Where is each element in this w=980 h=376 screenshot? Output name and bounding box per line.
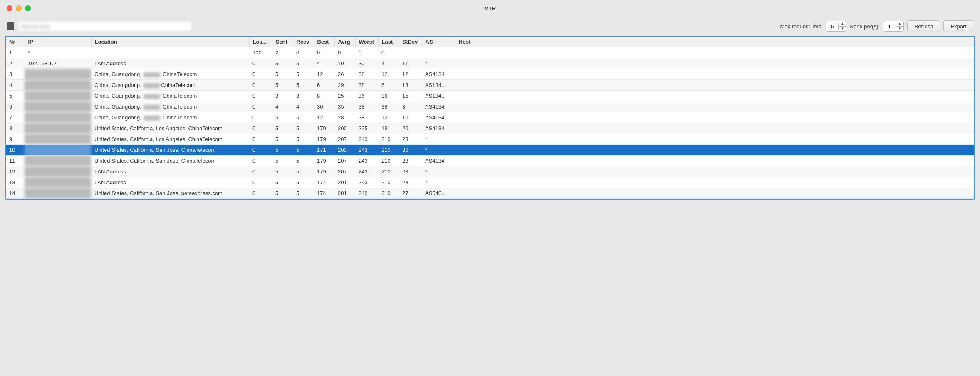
cell-stdev: 23 bbox=[399, 166, 422, 177]
cell-last: 210 bbox=[378, 134, 399, 145]
cell-last: 210 bbox=[378, 156, 399, 166]
cell-ip: 59.4BLURRED bbox=[25, 145, 91, 156]
send-per-down[interactable]: ▼ bbox=[896, 27, 903, 32]
col-header-los[interactable]: Los... bbox=[249, 37, 272, 47]
cell-host bbox=[455, 145, 974, 156]
cell-host bbox=[455, 156, 974, 166]
col-header-best[interactable]: Best bbox=[314, 37, 334, 47]
cell-stdev: 12 bbox=[399, 69, 422, 80]
table-row[interactable]: 514.1BLURREDChina, Guangdong, ░░░ ChinaT… bbox=[6, 91, 974, 101]
col-header-recv[interactable]: Recv bbox=[293, 37, 314, 47]
table-row[interactable]: 3BLURREDChina, Guangdong, ░░░ ChinaTelec… bbox=[6, 69, 974, 80]
cell-worst: 38 bbox=[355, 69, 378, 80]
table-row[interactable]: 11218.3BLURREDUnited States, California,… bbox=[6, 156, 974, 166]
cell-host bbox=[455, 112, 974, 123]
cell-los: 0 bbox=[249, 145, 272, 156]
cell-nr: 12 bbox=[6, 166, 25, 177]
cell-nr: 7 bbox=[6, 112, 25, 123]
cell-best: 4 bbox=[314, 58, 334, 69]
cell-as: AS4134 bbox=[422, 112, 455, 123]
maximize-button[interactable] bbox=[25, 5, 31, 11]
table-row[interactable]: 2192.168.1.2LAN Address05541030411* bbox=[6, 58, 974, 69]
cell-worst: 225 bbox=[355, 123, 378, 134]
cell-recv: 5 bbox=[293, 112, 314, 123]
cell-stdev: 3 bbox=[399, 101, 422, 112]
cell-avrg: 35 bbox=[334, 101, 355, 112]
col-header-loc[interactable]: Location bbox=[91, 37, 249, 47]
max-request-up[interactable]: ▲ bbox=[839, 21, 846, 27]
cell-best: 6 bbox=[314, 80, 334, 91]
refresh-button[interactable]: Refresh bbox=[907, 20, 940, 32]
cell-last: 12 bbox=[378, 112, 399, 123]
cell-as: AS4134 bbox=[422, 123, 455, 134]
send-per-up[interactable]: ▲ bbox=[896, 21, 903, 27]
table-row[interactable]: 959.43BLURREDUnited States, California, … bbox=[6, 134, 974, 145]
cell-sent: 5 bbox=[272, 69, 293, 80]
export-button[interactable]: Export bbox=[943, 20, 973, 32]
cell-los: 0 bbox=[249, 112, 272, 123]
cell-as bbox=[422, 47, 455, 58]
col-header-sent[interactable]: Sent bbox=[272, 37, 293, 47]
cell-best: 0 bbox=[314, 47, 334, 58]
start-checkbox[interactable] bbox=[7, 22, 14, 30]
cell-recv: 5 bbox=[293, 177, 314, 188]
cell-ip: 202.9BLURRED bbox=[25, 123, 91, 134]
cell-stdev: 23 bbox=[399, 134, 422, 145]
table-row[interactable]: 14BLURREDUnited States, California, San … bbox=[6, 188, 974, 199]
max-request-down[interactable]: ▼ bbox=[839, 27, 846, 32]
cell-last: 210 bbox=[378, 145, 399, 156]
cell-avrg: 200 bbox=[334, 145, 355, 156]
cell-host bbox=[455, 101, 974, 112]
cell-sent: 5 bbox=[272, 123, 293, 134]
cell-sent: 5 bbox=[272, 58, 293, 69]
cell-best: 171 bbox=[314, 145, 334, 156]
cell-last: 12 bbox=[378, 69, 399, 80]
cell-recv: 5 bbox=[293, 156, 314, 166]
cell-last: 36 bbox=[378, 91, 399, 101]
cell-nr: 4 bbox=[6, 80, 25, 91]
cell-location: United States, California, San Jose, pet… bbox=[91, 188, 249, 199]
cell-recv: 5 bbox=[293, 69, 314, 80]
table-row[interactable]: 1210.25BLURREDLAN Address055179207243210… bbox=[6, 166, 974, 177]
table-row[interactable]: 7202.9BLURREDChina, Guangdong, ░░░ China… bbox=[6, 112, 974, 123]
table-row[interactable]: 6202.9BLURRED8China, Guangdong, ░░░ Chin… bbox=[6, 101, 974, 112]
table-row[interactable]: 414.14BLURREDChina, Guangdong, ░░░ChinaT… bbox=[6, 80, 974, 91]
col-header-avrg[interactable]: Avrg bbox=[334, 37, 355, 47]
cell-worst: 30 bbox=[355, 58, 378, 69]
cell-nr: 6 bbox=[6, 101, 25, 112]
table-row[interactable]: 1310.25BLURREDLAN Address055174201243210… bbox=[6, 177, 974, 188]
col-header-nr[interactable]: Nr bbox=[6, 37, 25, 47]
host-input[interactable] bbox=[17, 21, 192, 32]
cell-worst: 243 bbox=[355, 177, 378, 188]
cell-stdev: 10 bbox=[399, 112, 422, 123]
table-row[interactable]: 1059.4BLURREDUnited States, California, … bbox=[6, 145, 974, 156]
cell-stdev: 20 bbox=[399, 123, 422, 134]
cell-sent: 5 bbox=[272, 80, 293, 91]
cell-as: * bbox=[422, 58, 455, 69]
col-header-stdev[interactable]: StDev bbox=[399, 37, 422, 47]
col-header-ip[interactable]: IP bbox=[25, 37, 91, 47]
max-request-stepper[interactable]: 5 ▲ ▼ bbox=[826, 21, 846, 32]
col-header-worst[interactable]: Worst bbox=[355, 37, 378, 47]
cell-as: AS4134 bbox=[422, 156, 455, 166]
cell-location: China, Guangdong, ░░░ ChinaTelecom bbox=[91, 112, 249, 123]
cell-recv: 5 bbox=[293, 58, 314, 69]
col-header-as[interactable]: AS bbox=[422, 37, 455, 47]
col-header-last[interactable]: Last bbox=[378, 37, 399, 47]
col-header-host[interactable]: Host bbox=[455, 37, 974, 47]
cell-ip: * bbox=[25, 47, 91, 58]
cell-last: 4 bbox=[378, 58, 399, 69]
cell-location bbox=[91, 47, 249, 58]
window-title: MTR bbox=[484, 5, 496, 12]
cell-worst: 242 bbox=[355, 188, 378, 199]
close-button[interactable] bbox=[7, 5, 12, 11]
send-per-stepper[interactable]: 1 ▲ ▼ bbox=[883, 21, 904, 32]
table-row[interactable]: 1*100200000 bbox=[6, 47, 974, 58]
table-row[interactable]: 8202.9BLURREDUnited States, California, … bbox=[6, 123, 974, 134]
minimize-button[interactable] bbox=[16, 5, 22, 11]
cell-location: LAN Address bbox=[91, 166, 249, 177]
cell-best: 179 bbox=[314, 156, 334, 166]
cell-avrg: 28 bbox=[334, 112, 355, 123]
cell-worst: 243 bbox=[355, 166, 378, 177]
cell-recv: 5 bbox=[293, 188, 314, 199]
